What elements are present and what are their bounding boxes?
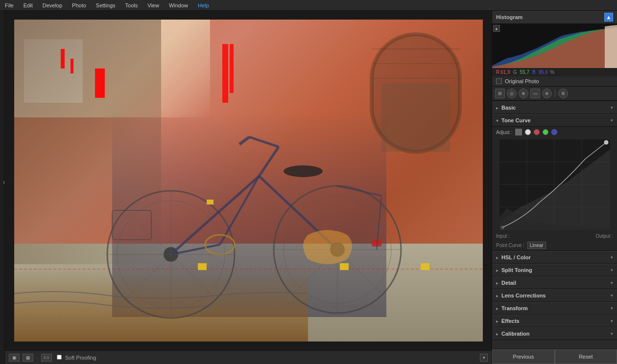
- adjust-green-channel[interactable]: [543, 129, 548, 135]
- image-area: ▣ ▦ - 1:1 Soft Proofing ▾: [5, 11, 492, 364]
- histogram-title: Histogram: [496, 14, 522, 20]
- tool-settings[interactable]: ⚙: [558, 89, 568, 98]
- tool-crop[interactable]: ⊞: [495, 89, 505, 98]
- point-curve-row: Point Curve : Linear: [492, 240, 617, 251]
- view-mode-btn-1[interactable]: ▣: [9, 354, 20, 362]
- soft-proofing-label: Soft Proofing: [57, 355, 96, 361]
- lens-header-left: ▸ Lens Corrections: [496, 293, 546, 298]
- main-area: ‹: [0, 11, 617, 364]
- transform-expand: ▾: [611, 306, 613, 311]
- bottom-status-bar: ▣ ▦ - 1:1 Soft Proofing ▾: [5, 350, 492, 364]
- tool-redeye[interactable]: ⊕: [519, 89, 528, 98]
- hsl-expand: ▾: [611, 255, 613, 260]
- detail-expand: ▾: [611, 280, 613, 285]
- calibration-title: Calibration: [501, 331, 529, 337]
- split-toning-header-left: ▸ Split Toning: [496, 267, 532, 273]
- tone-curve-graph[interactable]: [499, 139, 610, 230]
- basic-collapse-arrow: ▸: [496, 105, 498, 111]
- soft-proofing-checkbox[interactable]: [57, 355, 62, 360]
- section-header-calibration[interactable]: ▸ Calibration ▾: [492, 327, 617, 340]
- hsl-arrow: ▸: [496, 255, 498, 260]
- expand-icon[interactable]: ▾: [480, 354, 488, 362]
- section-header-basic[interactable]: ▸ Basic ▾: [492, 101, 617, 114]
- hist-g-value: 55,7: [520, 69, 529, 75]
- adjust-pencil-tool[interactable]: [515, 129, 522, 136]
- histogram-section: Histogram ▲: [492, 11, 617, 101]
- tool-spot[interactable]: ◎: [507, 89, 517, 98]
- adjust-red-channel[interactable]: [534, 129, 540, 135]
- original-photo-checkbox[interactable]: [496, 78, 502, 84]
- tool-gradient[interactable]: ▭: [530, 89, 540, 98]
- tone-curve-header-left: ▾ Tone Curve: [496, 117, 531, 123]
- transform-title: Transform: [501, 305, 528, 311]
- section-header-transform[interactable]: ▸ Transform ▾: [492, 302, 617, 315]
- point-curve-label: Point Curve :: [496, 243, 524, 248]
- menubar: File Edit Develop Photo Settings Tools V…: [0, 0, 617, 11]
- input-label: Input :: [496, 233, 510, 239]
- overexposure-mark: [95, 68, 105, 98]
- split-toning-title: Split Toning: [501, 267, 532, 273]
- svg-point-44: [604, 140, 608, 144]
- photo-layer-leaves: [14, 268, 308, 341]
- overexposure-mark: [71, 59, 73, 73]
- tone-curve-collapse-arrow: ▾: [496, 118, 498, 123]
- adjust-white-channel[interactable]: [525, 129, 531, 135]
- menu-edit[interactable]: Edit: [22, 1, 35, 9]
- split-toning-expand: ▾: [611, 268, 613, 273]
- output-label: Output :: [595, 233, 613, 239]
- menu-file[interactable]: File: [3, 1, 16, 9]
- tools-row: ⊞ ◎ ⊕ ▭ ⊗ ⚙: [492, 87, 617, 101]
- section-header-tone-curve[interactable]: ▾ Tone Curve ▾: [492, 114, 617, 127]
- tools-divider: [555, 90, 555, 97]
- tool-radial[interactable]: ⊗: [542, 89, 552, 98]
- section-header-detail[interactable]: ▸ Detail ▾: [492, 276, 617, 289]
- overexposure-mark: [222, 44, 228, 103]
- clip-shadows-btn[interactable]: ▲: [493, 25, 500, 32]
- effects-expand: ▾: [611, 318, 613, 323]
- histogram-expand-btn[interactable]: ▲: [604, 13, 613, 22]
- section-header-split-toning[interactable]: ▸ Split Toning ▾: [492, 264, 617, 276]
- menu-photo[interactable]: Photo: [70, 1, 88, 9]
- menu-view[interactable]: View: [145, 1, 161, 9]
- image-canvas: [5, 11, 492, 350]
- overexposure-mark: [230, 44, 234, 93]
- menu-tools[interactable]: Tools: [123, 1, 140, 9]
- original-photo-row: Original Photo: [492, 76, 617, 87]
- effects-arrow: ▸: [496, 318, 498, 324]
- original-photo-label: Original Photo: [505, 78, 539, 84]
- lens-expand: ▾: [611, 293, 613, 298]
- hist-r-value: 61,9: [500, 69, 510, 75]
- effects-title: Effects: [501, 318, 520, 324]
- adjust-label: Adjust :: [496, 130, 512, 135]
- tone-curve-content: Adjust :: [492, 127, 617, 251]
- hist-b-value: 95,6: [539, 69, 548, 75]
- hist-b-label: B: [532, 69, 536, 75]
- curve-io-row: Input : Output :: [492, 232, 617, 240]
- menu-settings[interactable]: Settings: [94, 1, 118, 9]
- lens-arrow: ▸: [496, 293, 498, 298]
- tone-curve-arrow: ▾: [611, 118, 613, 123]
- previous-button[interactable]: Previous: [492, 349, 555, 364]
- view-mode-btn-3[interactable]: 1:1: [41, 354, 52, 362]
- left-panel: ‹: [0, 11, 5, 364]
- menu-develop[interactable]: Develop: [41, 1, 64, 9]
- section-header-lens[interactable]: ▸ Lens Corrections ▾: [492, 289, 617, 302]
- panel-spacer: [492, 340, 617, 349]
- menu-window[interactable]: Window: [167, 1, 190, 9]
- section-header-hsl[interactable]: ▸ HSL / Color ▾: [492, 251, 617, 264]
- detail-title: Detail: [501, 280, 516, 286]
- histogram-graph: [492, 24, 617, 68]
- basic-arrow: ▾: [611, 105, 613, 110]
- point-curve-select[interactable]: Linear: [527, 242, 546, 249]
- view-mode-btn-2[interactable]: ▦: [23, 354, 33, 362]
- split-toning-arrow: ▸: [496, 268, 498, 273]
- calibration-arrow: ▸: [496, 331, 498, 337]
- photo-display: [14, 20, 483, 341]
- hist-percent: %: [550, 69, 554, 75]
- separator: -: [36, 355, 38, 361]
- section-header-effects[interactable]: ▸ Effects ▾: [492, 315, 617, 327]
- reset-button[interactable]: Reset: [555, 349, 617, 364]
- calibration-expand: ▾: [611, 331, 613, 336]
- adjust-blue-channel[interactable]: [551, 129, 557, 135]
- menu-help[interactable]: Help: [196, 1, 211, 9]
